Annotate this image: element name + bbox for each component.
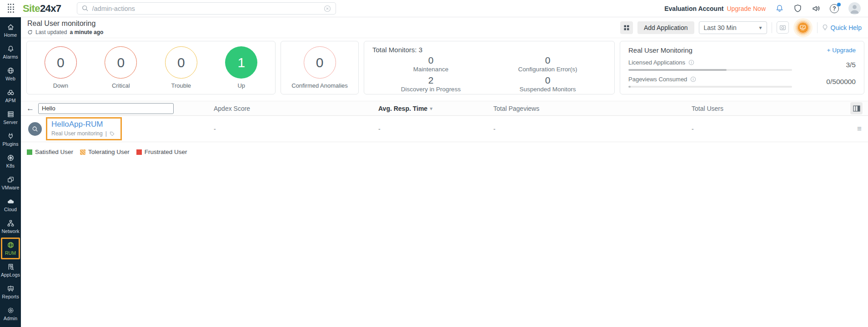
apdex-legend: Satisfied User Tolerating User Frustrate… bbox=[27, 149, 187, 155]
trouble-label: Trouble bbox=[171, 82, 191, 89]
licensed-applications-label: Licensed Applications bbox=[628, 59, 685, 66]
refresh-icon[interactable] bbox=[27, 30, 33, 35]
announcements-megaphone-icon[interactable] bbox=[812, 4, 820, 13]
table-row[interactable]: HelloApp-RUM Real User monitoring | - - … bbox=[21, 116, 868, 142]
license-row-left: Pageviews Consumed bbox=[628, 76, 814, 88]
legend-label: Frustrated User bbox=[145, 149, 187, 155]
sidebar-item-label: Plugins bbox=[2, 141, 18, 147]
license-header: Real User Monitoring + Upgrade bbox=[628, 46, 856, 54]
view-toggle-button[interactable] bbox=[620, 21, 633, 34]
apdex-value: - bbox=[214, 125, 378, 133]
sidebar-item-web[interactable]: Web bbox=[1, 63, 20, 85]
top-bar: Site24x7 Evaluation AccountUpgrade Now ? bbox=[0, 0, 868, 17]
help-icon[interactable]: ? bbox=[830, 4, 839, 13]
applications-progress-track bbox=[628, 69, 792, 71]
status-stat-anomalies[interactable]: 0 Confirmed Anomalies bbox=[291, 46, 348, 89]
sidebar-item-home[interactable]: Home bbox=[1, 20, 20, 41]
stat-configuration-errors[interactable]: 0 Configuration Error(s) bbox=[489, 55, 606, 73]
trouble-count-circle[interactable]: 0 bbox=[165, 46, 197, 79]
down-label: Down bbox=[53, 82, 68, 89]
page-header: Real User monitoring Last updated a minu… bbox=[21, 17, 868, 38]
info-icon[interactable] bbox=[688, 59, 694, 65]
global-search[interactable] bbox=[77, 2, 336, 15]
sidebar-item-cloud[interactable]: Cloud bbox=[1, 194, 20, 216]
security-shield-icon[interactable] bbox=[793, 4, 802, 13]
apm-binoculars-icon bbox=[7, 89, 15, 96]
assistant-button[interactable] bbox=[793, 18, 813, 37]
column-header-total-pageviews[interactable]: Total Pageviews bbox=[493, 105, 692, 112]
critical-count-circle[interactable]: 0 bbox=[105, 46, 137, 79]
sidebar-item-admin[interactable]: Admin bbox=[1, 303, 20, 325]
sidebar-item-label: Cloud bbox=[4, 207, 17, 212]
up-count-circle[interactable]: 1 bbox=[225, 46, 257, 79]
avg-resp-time-value: - bbox=[378, 125, 493, 133]
reports-presentation-icon bbox=[7, 285, 15, 292]
column-header-apdex[interactable]: Apdex Score bbox=[214, 105, 378, 112]
snapshot-button[interactable] bbox=[777, 21, 789, 34]
pageviews-consumed-label: Pageviews Consumed bbox=[628, 76, 687, 83]
sidebar-item-applogs[interactable]: AppLogs bbox=[1, 259, 20, 281]
column-header-label: Avg. Resp. Time bbox=[378, 105, 427, 112]
stat-suspended-monitors[interactable]: 0 Suspended Monitors bbox=[489, 75, 606, 93]
upgrade-link[interactable]: + Upgrade bbox=[827, 47, 856, 54]
monitor-type-badge[interactable] bbox=[28, 122, 42, 136]
column-header-avg-resp-time[interactable]: Avg. Resp. Time ▾ bbox=[378, 105, 493, 112]
sidebar-item-label: Alarms bbox=[3, 54, 18, 59]
site24x7-logo[interactable]: Site24x7 bbox=[23, 3, 61, 15]
sidebar-item-k8s[interactable]: K8s bbox=[1, 150, 20, 172]
monitor-name-link[interactable]: HelloApp-RUM bbox=[51, 120, 115, 129]
applogs-document-icon bbox=[7, 263, 15, 271]
stat-maintenance[interactable]: 0 Maintenance bbox=[372, 55, 489, 73]
avatar-person-icon bbox=[848, 2, 861, 15]
lightbulb-icon bbox=[822, 24, 828, 31]
quick-help-link[interactable]: Quick Help bbox=[822, 24, 862, 31]
monitor-subtitle: Real User monitoring | bbox=[51, 130, 115, 137]
sidebar-item-label: Home bbox=[4, 32, 17, 38]
legend-label: Tolerating User bbox=[88, 149, 130, 155]
status-stat-critical[interactable]: 0 Critical bbox=[105, 46, 137, 89]
notifications-bell-icon[interactable] bbox=[775, 4, 784, 13]
status-stat-trouble[interactable]: 0 Trouble bbox=[165, 46, 197, 89]
rum-globe-icon bbox=[7, 241, 15, 249]
user-avatar[interactable] bbox=[848, 2, 861, 15]
monitor-search-input[interactable] bbox=[38, 103, 174, 114]
license-row-pageviews: Pageviews Consumed 0/500000 bbox=[628, 76, 856, 88]
info-icon[interactable] bbox=[690, 76, 696, 82]
sidebar-item-server[interactable]: Server bbox=[1, 107, 20, 129]
time-range-dropdown[interactable]: Last 30 Min ▾ bbox=[699, 21, 767, 34]
tag-icon[interactable] bbox=[110, 131, 115, 136]
home-icon bbox=[7, 23, 15, 31]
sidebar-item-label: Reports bbox=[2, 294, 19, 299]
stat-discovery-in-progress[interactable]: 2 Discovery in Progress bbox=[372, 75, 489, 93]
sidebar-item-vmware[interactable]: VMware bbox=[1, 172, 20, 194]
sidebar-item-label: AppLogs bbox=[1, 272, 20, 277]
global-search-input[interactable] bbox=[92, 5, 324, 12]
apps-grid-icon[interactable] bbox=[6, 4, 15, 13]
clear-search-icon[interactable] bbox=[324, 5, 331, 12]
pageviews-progress-track bbox=[628, 86, 792, 88]
back-arrow-icon[interactable]: ← bbox=[26, 104, 34, 113]
stat-value: 0 bbox=[489, 75, 606, 85]
sidebar-item-label: Web bbox=[5, 76, 15, 81]
column-header-total-users[interactable]: Total Users bbox=[692, 105, 846, 112]
add-application-button[interactable]: Add Application bbox=[637, 21, 694, 34]
sidebar-item-alarms[interactable]: Alarms bbox=[1, 41, 20, 63]
sidebar-item-reports[interactable]: Reports bbox=[1, 281, 20, 303]
sidebar-item-apm[interactable]: APM bbox=[1, 85, 20, 107]
anomalies-count-circle[interactable]: 0 bbox=[304, 46, 336, 79]
sidebar-item-rum[interactable]: RUM bbox=[1, 238, 20, 259]
upgrade-now-link[interactable]: Upgrade Now bbox=[727, 5, 766, 12]
status-stat-down[interactable]: 0 Down bbox=[45, 46, 77, 89]
rum-license-card: Real User Monitoring + Upgrade Licensed … bbox=[620, 41, 864, 94]
topbar-actions: Evaluation AccountUpgrade Now ? bbox=[664, 2, 868, 15]
stat-value: 0 bbox=[372, 55, 489, 65]
status-stat-up[interactable]: 1 Up bbox=[225, 46, 257, 89]
down-count-circle[interactable]: 0 bbox=[45, 46, 77, 79]
column-chooser-button[interactable] bbox=[850, 102, 863, 114]
sidebar-item-plugins[interactable]: Plugins bbox=[1, 129, 20, 150]
row-menu-icon[interactable]: ≡ bbox=[857, 125, 862, 133]
sidebar-item-network[interactable]: Network bbox=[1, 216, 20, 238]
logo-24x7-part: 24x7 bbox=[40, 3, 61, 14]
time-range-value: Last 30 Min bbox=[704, 24, 737, 31]
assistant-glyph-icon bbox=[799, 24, 806, 31]
